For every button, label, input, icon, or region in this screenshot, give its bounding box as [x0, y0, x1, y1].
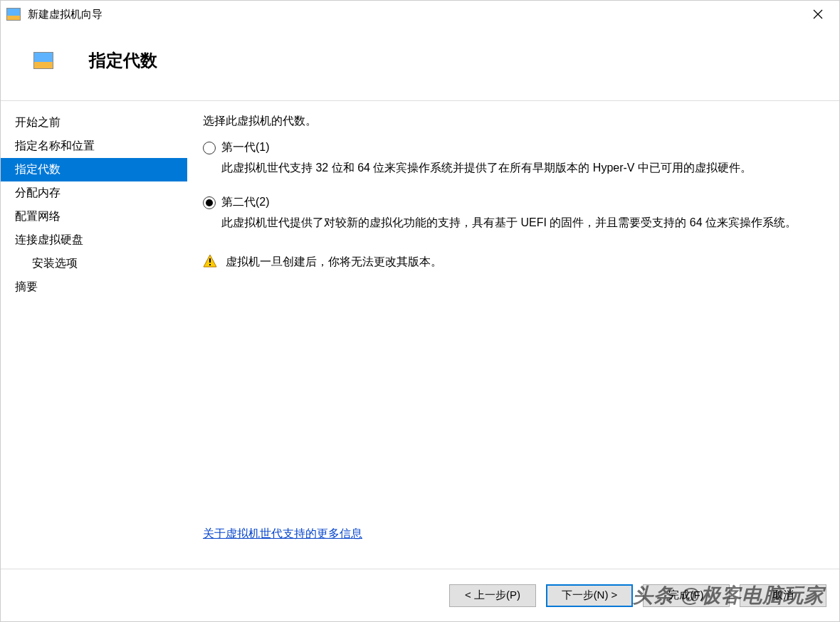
sidebar-item-memory[interactable]: 分配内存 — [1, 181, 187, 205]
radio-group-gen2: 第二代(2) 此虚拟机世代提供了对较新的虚拟化功能的支持，具有基于 UEFI 的… — [203, 195, 824, 243]
sidebar-item-install-options[interactable]: 安装选项 — [1, 252, 187, 275]
close-icon — [813, 9, 823, 19]
radio-label-gen2: 第二代(2) — [221, 195, 270, 210]
next-button[interactable]: 下一步(N) > — [546, 584, 633, 607]
warning-icon — [203, 254, 217, 268]
svg-rect-3 — [209, 258, 211, 263]
wizard-footer: < 上一步(P) 下一步(N) > 完成(F) 取消 — [1, 569, 839, 621]
radio-group-gen1: 第一代(1) 此虚拟机世代支持 32 位和 64 位来宾操作系统并提供了在所有早… — [203, 140, 824, 188]
svg-rect-4 — [209, 264, 211, 265]
back-button[interactable]: < 上一步(P) — [449, 584, 536, 607]
content-area: 开始之前 指定名称和位置 指定代数 分配内存 配置网络 连接虚拟硬盘 安装选项 … — [1, 101, 839, 569]
wizard-sidebar: 开始之前 指定名称和位置 指定代数 分配内存 配置网络 连接虚拟硬盘 安装选项 … — [1, 101, 187, 569]
more-info-link[interactable]: 关于虚拟机世代支持的更多信息 — [203, 527, 362, 539]
app-icon — [6, 8, 21, 21]
radio-option-gen1[interactable]: 第一代(1) — [203, 140, 824, 155]
window-title: 新建虚拟机向导 — [28, 8, 802, 21]
radio-icon — [203, 196, 216, 209]
wizard-header: 指定代数 — [1, 28, 839, 100]
sidebar-item-name-location[interactable]: 指定名称和位置 — [1, 135, 187, 158]
finish-button[interactable]: 完成(F) — [643, 584, 730, 607]
prompt-text: 选择此虚拟机的代数。 — [203, 114, 824, 129]
radio-label-gen1: 第一代(1) — [221, 140, 270, 155]
radio-icon — [203, 142, 216, 154]
more-info-row: 关于虚拟机世代支持的更多信息 — [203, 527, 824, 542]
titlebar: 新建虚拟机向导 — [1, 1, 839, 28]
sidebar-item-network[interactable]: 配置网络 — [1, 205, 187, 228]
warning-row: 虚拟机一旦创建后，你将无法更改其版本。 — [203, 254, 824, 270]
close-button[interactable] — [802, 4, 834, 25]
sidebar-item-generation[interactable]: 指定代数 — [1, 158, 187, 181]
radio-desc-gen2: 此虚拟机世代提供了对较新的虚拟化功能的支持，具有基于 UEFI 的固件，并且需要… — [221, 214, 824, 231]
wizard-header-icon — [33, 52, 53, 69]
wizard-window: 新建虚拟机向导 指定代数 开始之前 指定名称和位置 指定代数 分配内存 配置网络… — [0, 0, 840, 622]
warning-text: 虚拟机一旦创建后，你将无法更改其版本。 — [226, 254, 442, 270]
sidebar-item-disk[interactable]: 连接虚拟硬盘 — [1, 228, 187, 252]
radio-desc-gen1: 此虚拟机世代支持 32 位和 64 位来宾操作系统并提供了在所有早期版本的 Hy… — [221, 159, 824, 176]
radio-option-gen2[interactable]: 第二代(2) — [203, 195, 824, 210]
page-title: 指定代数 — [89, 49, 157, 72]
main-content: 选择此虚拟机的代数。 第一代(1) 此虚拟机世代支持 32 位和 64 位来宾操… — [187, 101, 839, 569]
cancel-button[interactable]: 取消 — [740, 584, 826, 607]
sidebar-item-summary[interactable]: 摘要 — [1, 275, 187, 299]
sidebar-item-before-begin[interactable]: 开始之前 — [1, 111, 187, 135]
